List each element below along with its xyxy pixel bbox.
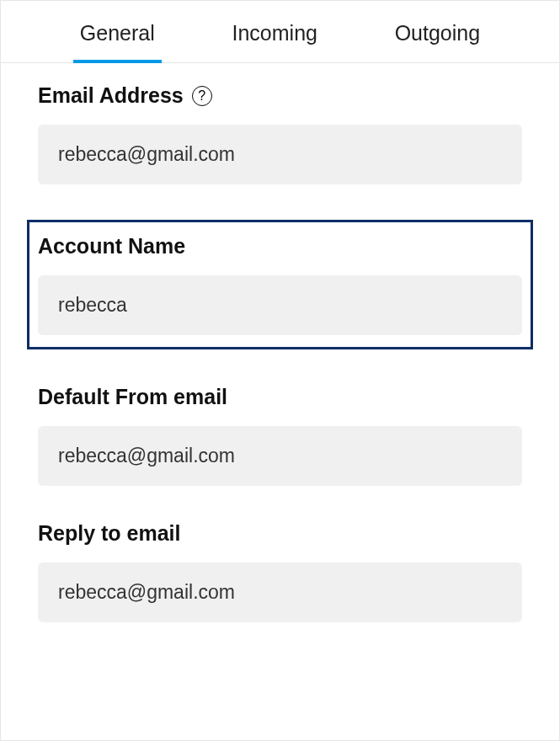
account-name-input[interactable] [38,275,522,335]
field-reply-to: Reply to email [38,521,522,622]
label-row: Email Address ? [38,83,522,108]
label-row: Reply to email [38,521,522,546]
account-name-label: Account Name [38,234,185,259]
reply-to-input[interactable] [38,562,522,622]
field-account-name: Account Name [27,220,533,349]
settings-panel: General Incoming Outgoing Email Address … [0,0,560,741]
tab-outgoing[interactable]: Outgoing [395,21,480,62]
default-from-input[interactable] [38,426,522,486]
tab-incoming[interactable]: Incoming [232,21,317,62]
reply-to-label: Reply to email [38,521,181,546]
form-area: Email Address ? Account Name Default Fro… [1,63,559,622]
email-address-label: Email Address [38,83,184,108]
tab-bar: General Incoming Outgoing [1,1,559,63]
label-row: Default From email [38,385,522,409]
field-default-from: Default From email [38,385,522,486]
email-address-input[interactable] [38,125,522,184]
field-email-address: Email Address ? [38,83,522,184]
label-row: Account Name [38,234,522,259]
help-icon[interactable]: ? [192,86,212,106]
tab-general[interactable]: General [80,21,155,62]
default-from-label: Default From email [38,385,227,409]
